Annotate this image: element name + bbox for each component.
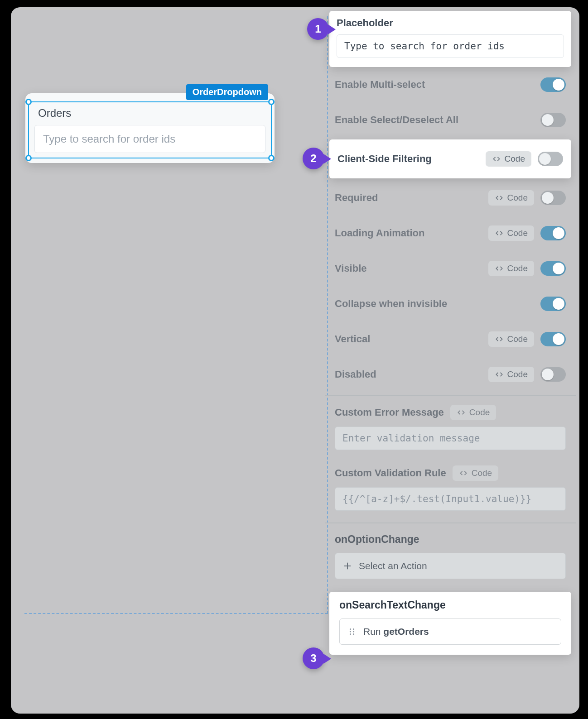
- resize-handle-tl[interactable]: [25, 99, 32, 105]
- custom-error-code-button[interactable]: Code: [450, 405, 496, 420]
- code-pill-label: Code: [505, 154, 525, 164]
- visible-code-button[interactable]: Code: [488, 261, 534, 276]
- loading-toggle[interactable]: [540, 226, 566, 240]
- svg-point-2: [350, 631, 351, 632]
- row-multi-select: Enable Multi-select: [325, 67, 576, 102]
- row-required: Required Code: [325, 180, 576, 216]
- custom-rule-section: Custom Validation Rule Code: [325, 459, 576, 520]
- svg-point-0: [350, 628, 351, 630]
- custom-rule-code-button[interactable]: Code: [453, 465, 498, 481]
- on-search-text-change-title: onSearchTextChange: [339, 599, 561, 611]
- resize-handle-tr[interactable]: [268, 99, 275, 105]
- svg-point-4: [350, 633, 351, 635]
- client-filtering-label: Client-Side Filtering: [337, 152, 432, 166]
- custom-error-label: Custom Error Message: [335, 407, 444, 418]
- on-option-change-title: onOptionChange: [335, 533, 566, 546]
- disabled-label: Disabled: [335, 369, 376, 380]
- code-icon: [495, 370, 504, 379]
- callout-1: 1: [307, 18, 329, 40]
- on-option-change-section: onOptionChange Select an Action: [325, 526, 576, 589]
- loading-label: Loading Animation: [335, 227, 424, 239]
- code-icon: [495, 229, 504, 238]
- custom-rule-input[interactable]: [335, 487, 566, 511]
- visible-label: Visible: [335, 263, 367, 274]
- widget-label: Orders: [38, 107, 265, 120]
- custom-error-section: Custom Error Message Code: [325, 398, 576, 459]
- order-dropdown-widget[interactable]: OrderDropdown Orders: [25, 93, 275, 163]
- required-label: Required: [335, 192, 378, 204]
- plus-icon: [342, 561, 352, 571]
- code-pill-label: Code: [507, 264, 528, 273]
- vertical-toggle[interactable]: [540, 332, 566, 346]
- action-prefix: Run: [363, 626, 383, 637]
- action-name: getOrders: [383, 626, 429, 637]
- code-icon: [459, 469, 468, 478]
- row-collapse: Collapse when invisible: [325, 286, 576, 321]
- multi-select-toggle[interactable]: [540, 77, 566, 92]
- loading-code-button[interactable]: Code: [488, 225, 534, 241]
- row-disabled: Disabled Code: [325, 357, 576, 392]
- callout-3: 3: [303, 647, 324, 669]
- svg-point-1: [353, 628, 354, 630]
- divider: [325, 522, 576, 523]
- select-action-button[interactable]: Select an Action: [335, 553, 566, 579]
- client-filtering-toggle[interactable]: [538, 152, 563, 166]
- action-label: Run getOrders: [363, 626, 429, 637]
- multi-select-label: Enable Multi-select: [335, 79, 425, 91]
- code-icon: [457, 408, 466, 417]
- code-pill-label: Code: [507, 228, 528, 238]
- visible-toggle[interactable]: [540, 261, 566, 276]
- required-toggle[interactable]: [540, 191, 566, 205]
- custom-rule-label: Custom Validation Rule: [335, 467, 446, 479]
- required-code-button[interactable]: Code: [488, 190, 534, 206]
- collapse-label: Collapse when invisible: [335, 298, 447, 310]
- vertical-label: Vertical: [335, 333, 370, 345]
- callout-2: 2: [303, 148, 324, 169]
- resize-handle-br[interactable]: [268, 155, 275, 161]
- code-icon: [495, 264, 504, 273]
- placeholder-input[interactable]: [337, 34, 564, 58]
- code-pill-label: Code: [507, 334, 528, 344]
- select-action-label: Select an Action: [359, 561, 427, 571]
- code-pill-label: Code: [469, 407, 490, 417]
- run-getorders-action[interactable]: Run getOrders: [339, 618, 561, 645]
- svg-point-3: [353, 631, 354, 632]
- order-search-input[interactable]: [34, 125, 265, 153]
- widget-name-tag[interactable]: OrderDropdown: [186, 84, 268, 100]
- select-all-label: Enable Select/Deselect All: [335, 114, 458, 126]
- code-pill-label: Code: [507, 369, 528, 379]
- code-pill-label: Code: [507, 193, 528, 203]
- row-loading-animation: Loading Animation Code: [325, 216, 576, 251]
- row-visible: Visible Code: [325, 251, 576, 286]
- client-filtering-code-button[interactable]: Code: [486, 151, 531, 167]
- row-client-filtering: Client-Side Filtering Code: [329, 139, 571, 178]
- vertical-code-button[interactable]: Code: [488, 331, 534, 347]
- row-select-all: Enable Select/Deselect All: [325, 102, 576, 138]
- code-pill-label: Code: [472, 468, 492, 478]
- divider: [325, 395, 576, 396]
- code-icon: [495, 193, 504, 202]
- code-icon: [495, 335, 504, 344]
- disabled-code-button[interactable]: Code: [488, 367, 534, 382]
- collapse-toggle[interactable]: [540, 297, 566, 311]
- drag-handle-icon: [347, 627, 357, 637]
- code-icon: [492, 154, 501, 163]
- select-all-toggle[interactable]: [540, 113, 566, 127]
- editor-frame: OrderDropdown Orders Placeholder Enable …: [11, 7, 579, 714]
- on-search-text-change-section: onSearchTextChange Run getOrders: [329, 592, 571, 655]
- widget-card: Orders: [25, 93, 275, 163]
- row-vertical: Vertical Code: [325, 321, 576, 357]
- svg-point-5: [353, 633, 354, 635]
- placeholder-section: Placeholder: [329, 11, 571, 67]
- custom-error-input[interactable]: [335, 427, 566, 450]
- resize-handle-bl[interactable]: [25, 155, 32, 161]
- disabled-toggle[interactable]: [540, 367, 566, 382]
- placeholder-label: Placeholder: [337, 17, 472, 29]
- property-panel: Placeholder Enable Multi-select Enable S…: [325, 7, 576, 714]
